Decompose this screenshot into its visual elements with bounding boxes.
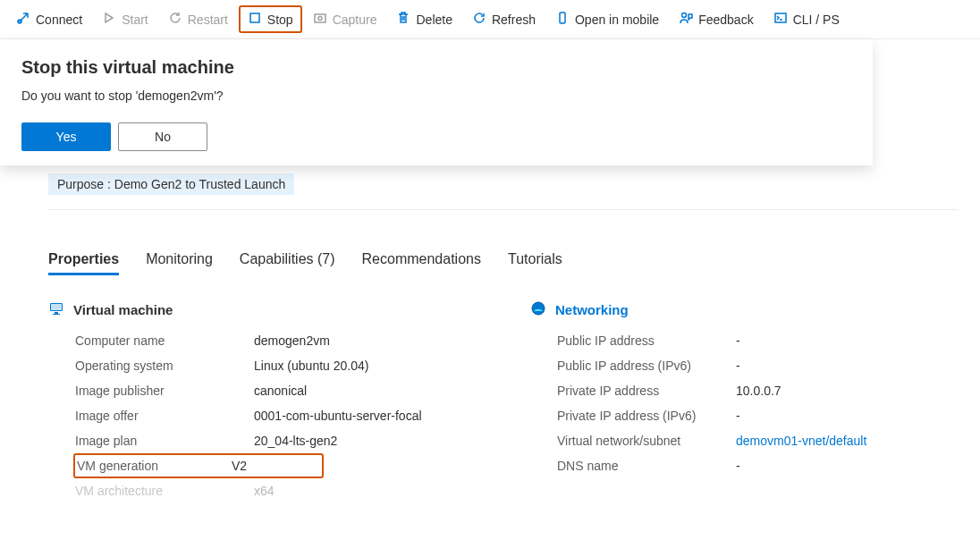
key: Image plan [75, 434, 254, 448]
value: x64 [254, 484, 275, 498]
play-icon [102, 11, 116, 28]
value: - [736, 459, 740, 473]
key: Image offer [75, 409, 254, 423]
tab-monitoring[interactable]: Monitoring [146, 251, 213, 275]
row-plan: Image plan20_04-lts-gen2 [75, 428, 477, 453]
key: Operating system [75, 359, 254, 373]
delete-label: Delete [416, 13, 452, 27]
key: Public IP address [557, 333, 736, 348]
svg-point-5 [562, 21, 562, 22]
trash-icon [396, 11, 410, 28]
value: demogen2vm [254, 333, 330, 348]
monitor-icon [48, 300, 64, 319]
vm-section-head: Virtual machine [48, 300, 477, 319]
stop-button[interactable]: Stop [239, 5, 302, 33]
net-section-head[interactable]: Networking [530, 300, 959, 319]
capture-icon [313, 11, 327, 28]
feedback-icon [679, 11, 693, 28]
value: 0001-com-ubuntu-server-focal [254, 409, 422, 423]
svg-rect-2 [315, 14, 325, 22]
connect-icon [16, 11, 30, 28]
row-private-ip6: Private IP address (IPv6)- [557, 403, 959, 428]
feedback-label: Feedback [698, 13, 753, 27]
mobile-icon [555, 11, 570, 28]
start-label: Start [122, 13, 148, 27]
row-vnet: Virtual network/subnetdemovm01-vnet/defa… [557, 428, 959, 453]
svg-point-3 [318, 17, 322, 21]
value: canonical [254, 384, 307, 398]
networking-column: Networking Public IP address- Public IP … [530, 300, 959, 503]
key: VM architecture [75, 484, 254, 498]
cli-label: CLI / PS [793, 13, 840, 27]
stop-icon [248, 11, 262, 28]
details-grid: Virtual machine Computer namedemogen2vm … [48, 300, 959, 503]
vm-section-title: Virtual machine [73, 302, 173, 317]
open-mobile-label: Open in mobile [575, 13, 659, 27]
row-private-ip: Private IP address10.0.0.7 [557, 378, 959, 403]
key: Private IP address [557, 384, 736, 398]
stop-label: Stop [267, 13, 293, 27]
value: V2 [232, 459, 247, 473]
row-public-ip: Public IP address- [557, 328, 959, 353]
dialog-message: Do you want to stop 'demogen2vm'? [21, 89, 851, 103]
row-vm-architecture: VM architecturex64 [75, 478, 477, 503]
tab-recommendations[interactable]: Recommendations [362, 251, 481, 275]
value: 10.0.0.7 [736, 384, 781, 398]
svg-rect-10 [55, 312, 58, 314]
divider [48, 209, 959, 210]
tab-tutorials[interactable]: Tutorials [508, 251, 562, 275]
no-button[interactable]: No [118, 122, 207, 151]
net-props: Public IP address- Public IP address (IP… [530, 328, 959, 478]
capture-label: Capture [333, 13, 377, 27]
dialog-buttons: Yes No [21, 122, 851, 151]
stop-vm-dialog: Stop this virtual machine Do you want to… [0, 39, 873, 165]
vm-props: Computer namedemogen2vm Operating system… [48, 328, 477, 503]
cli-button[interactable]: CLI / PS [765, 5, 849, 33]
svg-rect-11 [53, 314, 60, 315]
key: Private IP address (IPv6) [557, 409, 736, 423]
open-mobile-button[interactable]: Open in mobile [546, 5, 668, 33]
refresh-button[interactable]: Refresh [463, 5, 545, 33]
connect-label: Connect [36, 13, 82, 27]
tab-properties[interactable]: Properties [48, 251, 119, 275]
key: Computer name [75, 333, 254, 348]
row-vm-generation: VM generationV2 [73, 453, 324, 478]
refresh-icon [472, 11, 486, 28]
row-offer: Image offer0001-com-ubuntu-server-focal [75, 403, 477, 428]
value: 20_04-lts-gen2 [254, 434, 337, 448]
purpose-tag[interactable]: Purpose : Demo Gen2 to Trusted Launch [48, 173, 294, 195]
svg-rect-9 [51, 304, 62, 310]
yes-button[interactable]: Yes [21, 122, 111, 151]
key: DNS name [557, 459, 736, 473]
value: - [736, 333, 740, 348]
row-publisher: Image publishercanonical [75, 378, 477, 403]
restart-label: Restart [188, 13, 228, 27]
value: - [736, 409, 740, 423]
feedback-button[interactable]: Feedback [670, 5, 762, 33]
vnet-link[interactable]: demovm01-vnet/default [736, 434, 866, 448]
svg-rect-7 [775, 13, 786, 22]
delete-button[interactable]: Delete [387, 5, 460, 33]
key: Virtual network/subnet [557, 434, 736, 448]
capture-button: Capture [304, 5, 386, 33]
row-os: Operating systemLinux (ubuntu 20.04) [75, 353, 477, 378]
row-public-ip6: Public IP address (IPv6)- [557, 353, 959, 378]
key: Image publisher [75, 384, 254, 398]
vm-overview-content: Purpose : Demo Gen2 to Trusted Launch Pr… [0, 173, 980, 525]
start-button: Start [93, 5, 157, 33]
net-section-title: Networking [555, 302, 629, 317]
refresh-label: Refresh [492, 13, 536, 27]
command-bar: Connect Start Restart Stop Capture Delet… [0, 0, 980, 39]
restart-icon [168, 11, 182, 28]
row-computer-name: Computer namedemogen2vm [75, 328, 477, 353]
key: VM generation [75, 459, 232, 473]
cli-icon [773, 11, 788, 28]
tab-capabilities[interactable]: Capabilities (7) [240, 251, 335, 275]
svg-point-6 [682, 13, 687, 18]
value: Linux (ubuntu 20.04) [254, 359, 368, 373]
tab-bar: Properties Monitoring Capabilities (7) R… [48, 251, 959, 275]
vm-column: Virtual machine Computer namedemogen2vm … [48, 300, 477, 503]
dialog-title: Stop this virtual machine [21, 57, 851, 78]
key: Public IP address (IPv6) [557, 359, 736, 373]
connect-button[interactable]: Connect [7, 5, 91, 33]
